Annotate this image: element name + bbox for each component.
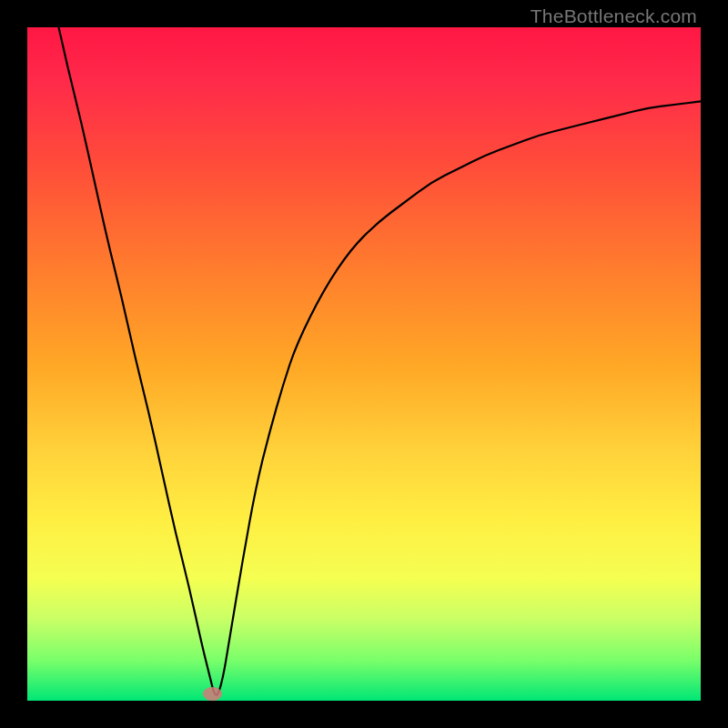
curve-overlay (27, 27, 701, 701)
chart-frame: TheBottleneck.com (0, 0, 728, 728)
minimum-marker (203, 687, 222, 701)
plot-area (27, 27, 701, 701)
bottleneck-curve (27, 0, 701, 695)
watermark-text: TheBottleneck.com (531, 5, 697, 27)
